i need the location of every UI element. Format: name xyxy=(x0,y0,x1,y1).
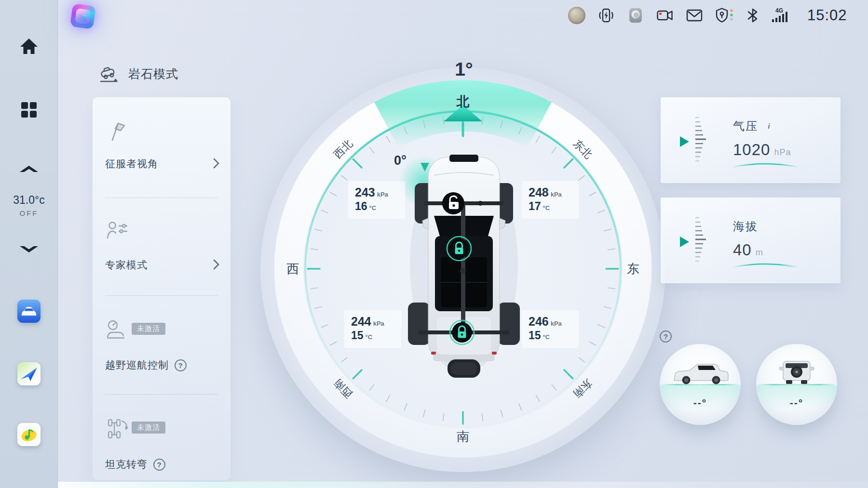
tire-temperature: 17 xyxy=(529,200,541,212)
tire-pressure: 248 xyxy=(529,185,549,199)
menu-item-label: 专家模式 xyxy=(105,258,148,272)
tire-pressure: 246 xyxy=(529,315,549,328)
pitch-angle-value: --° xyxy=(660,397,741,409)
menu-item-text: 越野巡航控制 xyxy=(105,358,169,372)
env-card-value: 40 xyxy=(733,241,752,259)
menu-item-text: 坦克转弯 xyxy=(105,458,148,471)
compass-label-south: 南 xyxy=(457,429,469,444)
music-app-icon[interactable] xyxy=(17,423,41,446)
avatar[interactable] xyxy=(568,7,585,24)
assistant-cube-logo[interactable] xyxy=(70,3,96,29)
expand-play-icon[interactable] xyxy=(680,237,689,247)
rock-mode-screen: 31.0°c OFF xyxy=(0,0,868,488)
status-badge: 未激活 xyxy=(132,422,165,434)
center-diff-lock-button[interactable] xyxy=(447,237,471,261)
wireless-charging-icon xyxy=(597,7,615,24)
menu-item-offroad-cruise[interactable]: 未激活 越野巡航控制 ? xyxy=(93,312,231,380)
expert-mode-icon xyxy=(106,221,128,240)
status-bar: 4G 15:02 xyxy=(568,4,847,27)
tilt-help-button[interactable]: ? xyxy=(660,330,672,343)
value-underline-swoosh xyxy=(731,162,800,169)
security-shield-icon xyxy=(715,7,734,24)
offroad-cruise-icon xyxy=(106,320,128,340)
roll-gauge: --° xyxy=(756,344,837,425)
steering-angle-value: 0° xyxy=(385,153,416,168)
cabin-temperature: 31.0°c xyxy=(0,194,58,207)
env-card-title-row: 海拔 xyxy=(733,219,758,234)
pitch-gauge: --° xyxy=(660,344,741,425)
env-card-value-row: 40m xyxy=(733,241,763,259)
compass-label-north: 北 xyxy=(456,94,470,109)
env-card-value-row: 1020hPa xyxy=(733,141,791,159)
scale-ruler-icon xyxy=(692,116,710,166)
bottom-light-strip xyxy=(58,482,868,488)
env-card-title: 海拔 xyxy=(733,219,758,234)
help-button[interactable]: ? xyxy=(153,459,165,471)
conqueror-view-icon xyxy=(108,120,127,142)
compass-label-west: 西 xyxy=(286,262,299,276)
ac-status: OFF xyxy=(0,209,58,217)
divider xyxy=(105,295,218,296)
temp-up-button[interactable] xyxy=(17,163,41,174)
env-card-title: 气压 xyxy=(733,119,758,134)
mode-header: 岩石模式 xyxy=(99,64,178,84)
app-grid-button[interactable] xyxy=(17,98,41,121)
status-badge: 未激活 xyxy=(132,323,165,335)
roll-angle-value: --° xyxy=(756,397,837,409)
rock-mode-icon xyxy=(99,64,122,84)
home-button[interactable] xyxy=(17,35,41,58)
info-icon[interactable]: i xyxy=(764,121,775,132)
menu-item-expert-mode[interactable]: 专家模式 xyxy=(93,214,231,277)
page-title: 岩石模式 xyxy=(128,66,178,82)
altitude-card[interactable]: 海拔 40m xyxy=(661,198,841,283)
vehicle-rear-view-icon xyxy=(773,359,821,384)
compass: 北 东北 东 东南 南 西南 西 西北 xyxy=(270,76,656,462)
divider xyxy=(105,394,218,395)
env-card-unit: m xyxy=(756,248,763,257)
menu-item-label: 坦克转弯 ? xyxy=(105,458,165,471)
tire-temperature: 15 xyxy=(529,329,541,342)
chevron-down-icon xyxy=(19,246,39,253)
offroad-menu-panel: 征服者视角 专家模式 xyxy=(93,97,231,480)
chevron-right-icon[interactable] xyxy=(213,259,220,270)
sidebar: 31.0°c OFF xyxy=(0,0,58,488)
value-underline-swoosh xyxy=(731,262,800,269)
divider xyxy=(105,198,218,198)
temp-down-button[interactable] xyxy=(17,244,41,255)
tire-card-front-left: 243kPa 16°C xyxy=(348,181,405,219)
env-card-value: 1020 xyxy=(733,141,770,158)
rear-diff-lock-button[interactable] xyxy=(450,320,474,344)
expand-play-icon[interactable] xyxy=(680,136,689,147)
tire-card-front-right: 248kPa 17°C xyxy=(522,181,579,219)
tire-temperature: 16 xyxy=(355,200,367,212)
tire-temperature: 15 xyxy=(351,329,364,342)
tire-card-rear-right: 246kPa 15°C xyxy=(522,310,579,348)
menu-item-label: 征服者视角 xyxy=(105,157,158,171)
clock: 15:02 xyxy=(807,7,847,24)
tire-pressure: 243 xyxy=(355,185,375,199)
vehicle-side-view-icon xyxy=(670,360,730,384)
front-diff-lock-button[interactable] xyxy=(442,192,464,214)
chevron-right-icon[interactable] xyxy=(213,158,220,169)
tire-pressure: 244 xyxy=(351,315,371,328)
bluetooth-icon xyxy=(746,7,759,24)
scale-ruler-icon xyxy=(692,216,710,266)
chevron-up-icon xyxy=(19,165,39,172)
messages-icon xyxy=(686,8,703,23)
menu-item-label: 越野巡航控制 ? xyxy=(105,358,187,372)
dashcam-app-icon xyxy=(627,7,644,24)
vehicle-app-icon[interactable] xyxy=(17,300,41,323)
app-grid-icon xyxy=(20,101,38,119)
network-type: 4G xyxy=(775,7,783,14)
tank-turn-icon xyxy=(107,418,129,439)
navigation-app-icon[interactable] xyxy=(17,362,41,385)
tire-card-rear-left: 244kPa 15°C xyxy=(344,310,401,348)
menu-item-tank-turn[interactable]: 未激活 坦克转弯 ? xyxy=(93,411,231,479)
help-button[interactable]: ? xyxy=(175,359,187,371)
recording-camera-icon xyxy=(656,7,674,24)
signal-4g-icon: 4G xyxy=(771,7,788,24)
menu-item-conqueror-view[interactable]: 征服者视角 xyxy=(93,114,231,176)
home-icon xyxy=(19,38,39,55)
air-pressure-card[interactable]: 气压 i 1020hPa xyxy=(661,97,841,183)
compass-label-east: 东 xyxy=(627,262,639,276)
